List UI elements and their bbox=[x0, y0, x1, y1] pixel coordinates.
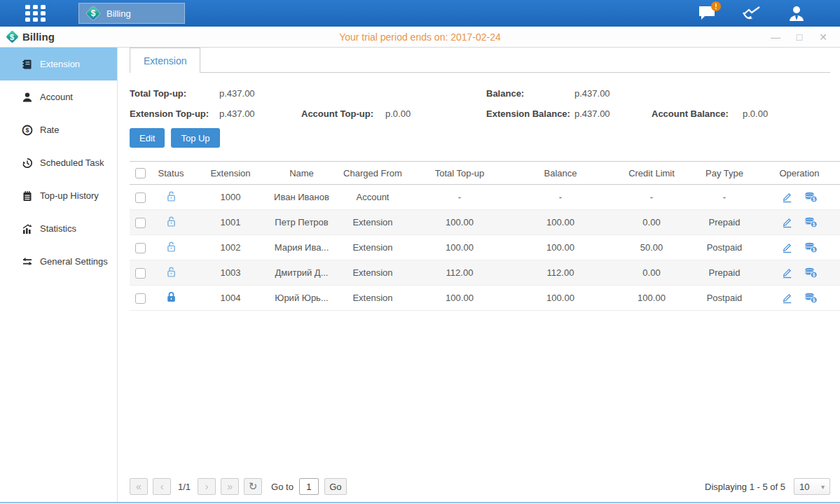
main-content: Extension Total Top-up: p.437.00 Balance… bbox=[118, 48, 840, 502]
statistics-button[interactable] bbox=[741, 3, 763, 24]
cell-credit-limit: 0.00 bbox=[612, 210, 691, 235]
minimize-button[interactable]: — bbox=[770, 31, 781, 43]
balance-value: p.437.00 bbox=[574, 88, 652, 99]
sidebar-item-label: Top-up History bbox=[40, 190, 99, 201]
sliders-icon bbox=[21, 255, 33, 267]
sidebar-item-statistics[interactable]: Statistics bbox=[0, 212, 117, 245]
sidebar-item-label: Rate bbox=[40, 125, 59, 135]
edit-button[interactable]: Edit bbox=[130, 128, 165, 148]
coins-icon: $ bbox=[804, 241, 818, 253]
col-pay-type: Pay Type bbox=[691, 162, 758, 185]
maximize-button[interactable]: □ bbox=[794, 31, 805, 43]
goto-page-input[interactable] bbox=[299, 478, 319, 495]
extension-topup-value: p.437.00 bbox=[219, 108, 301, 119]
pencil-icon bbox=[781, 241, 793, 253]
tab-bar: Extension bbox=[130, 48, 830, 73]
status-lock-icon bbox=[165, 244, 177, 255]
row-checkbox[interactable] bbox=[135, 243, 146, 253]
sidebar-item-rate[interactable]: $ Rate bbox=[0, 113, 117, 146]
sidebar-item-label: Account bbox=[40, 92, 73, 102]
svg-text:$: $ bbox=[25, 127, 29, 134]
row-checkbox[interactable] bbox=[135, 218, 146, 228]
notification-badge: ! bbox=[711, 1, 721, 11]
page-indicator: 1/1 bbox=[178, 482, 191, 492]
pencil-icon bbox=[781, 216, 793, 228]
balance-label: Balance: bbox=[486, 88, 574, 99]
svg-text:$: $ bbox=[813, 298, 815, 303]
edit-row-button[interactable] bbox=[781, 191, 793, 203]
sidebar-item-scheduled-task[interactable]: Scheduled Task bbox=[0, 146, 117, 179]
cell-balance: 100.00 bbox=[509, 210, 612, 235]
page-size-select[interactable]: 10 ▾ bbox=[794, 478, 830, 495]
rate-dollar-icon: $ bbox=[21, 124, 33, 136]
topup-row-button[interactable]: $ bbox=[804, 241, 818, 253]
select-all-checkbox[interactable] bbox=[135, 168, 146, 178]
cell-charged-from: Extension bbox=[335, 235, 411, 260]
row-checkbox[interactable] bbox=[135, 268, 146, 279]
close-button[interactable]: ✕ bbox=[818, 31, 829, 43]
topup-row-button[interactable]: $ bbox=[804, 216, 818, 228]
sidebar: Extension Account $ Rate Scheduled Task … bbox=[0, 48, 118, 502]
sidebar-item-extension[interactable]: Extension bbox=[0, 48, 117, 80]
sidebar-item-account[interactable]: Account bbox=[0, 80, 117, 113]
cell-extension: 1003 bbox=[193, 260, 268, 286]
table-row[interactable]: 1000 Иван Иванов Account - - - - $ bbox=[130, 185, 840, 210]
topup-row-button[interactable]: $ bbox=[804, 267, 818, 279]
sidebar-item-topup-history[interactable]: Top-up History bbox=[0, 179, 117, 212]
cell-charged-from: Extension bbox=[335, 260, 411, 286]
first-page-button[interactable]: « bbox=[130, 478, 148, 495]
edit-row-button[interactable] bbox=[781, 241, 793, 253]
cell-charged-from: Extension bbox=[335, 210, 411, 235]
col-credit-limit: Credit Limit bbox=[612, 162, 691, 185]
topup-button[interactable]: Top Up bbox=[171, 128, 219, 148]
svg-text:$: $ bbox=[813, 222, 815, 227]
table-header-row: Status Extension Name Charged From Total… bbox=[130, 162, 840, 185]
tab-label: Extension bbox=[144, 55, 186, 66]
next-page-button[interactable]: › bbox=[198, 478, 216, 495]
table-row[interactable]: 1004 Юрий Юрь... Extension 100.00 100.00… bbox=[130, 286, 840, 311]
bar-chart-icon bbox=[21, 223, 33, 234]
edit-row-button[interactable] bbox=[781, 292, 793, 304]
taskbar-billing-tab[interactable]: $ Billing bbox=[78, 3, 185, 24]
col-total-topup: Total Top-up bbox=[411, 162, 509, 185]
prev-page-button[interactable]: ‹ bbox=[153, 478, 171, 495]
cell-credit-limit: 100.00 bbox=[612, 286, 691, 311]
cell-balance: 100.00 bbox=[509, 235, 612, 260]
sidebar-item-general-settings[interactable]: General Settings bbox=[0, 245, 117, 278]
svg-text:$: $ bbox=[813, 247, 815, 253]
status-lock-icon bbox=[165, 270, 177, 280]
cell-total-topup: 100.00 bbox=[411, 286, 509, 311]
notepad-icon bbox=[21, 190, 33, 202]
tab-extension[interactable]: Extension bbox=[130, 48, 200, 73]
app-grid-icon[interactable] bbox=[25, 5, 48, 22]
svg-text:$: $ bbox=[813, 197, 815, 202]
extension-balance-value: p.437.00 bbox=[574, 108, 652, 119]
chevron-down-icon: ▾ bbox=[821, 483, 825, 491]
go-button[interactable]: Go bbox=[324, 478, 347, 495]
table-row[interactable]: 1003 Дмитрий Д... Extension 112.00 112.0… bbox=[130, 260, 840, 286]
col-charged-from: Charged From bbox=[335, 162, 411, 185]
refresh-button[interactable]: ↻ bbox=[244, 478, 262, 495]
last-page-button[interactable]: » bbox=[221, 478, 239, 495]
status-lock-icon bbox=[165, 219, 177, 230]
edit-row-button[interactable] bbox=[781, 267, 793, 279]
edit-row-button[interactable] bbox=[781, 216, 793, 228]
topup-row-button[interactable]: $ bbox=[804, 292, 818, 304]
account-button[interactable] bbox=[785, 3, 808, 24]
account-topup-value: p.0.00 bbox=[385, 108, 486, 119]
topup-row-button[interactable]: $ bbox=[804, 191, 818, 203]
pencil-icon bbox=[781, 267, 793, 279]
person-icon bbox=[787, 4, 806, 22]
cell-balance: - bbox=[509, 185, 612, 210]
table-row[interactable]: 1002 Мария Ива... Extension 100.00 100.0… bbox=[130, 235, 840, 260]
row-checkbox[interactable] bbox=[135, 293, 146, 304]
row-checkbox[interactable] bbox=[135, 192, 146, 203]
displaying-text: Displaying 1 - 5 of 5 bbox=[705, 482, 785, 492]
status-lock-icon bbox=[165, 295, 177, 305]
coins-icon: $ bbox=[804, 267, 818, 279]
cell-name: Мария Ива... bbox=[268, 235, 335, 260]
table-row[interactable]: 1001 Петр Петров Extension 100.00 100.00… bbox=[130, 210, 840, 235]
sidebar-item-label: General Settings bbox=[40, 256, 108, 267]
notifications-button[interactable]: ! bbox=[696, 3, 718, 24]
account-person-icon bbox=[21, 91, 33, 103]
